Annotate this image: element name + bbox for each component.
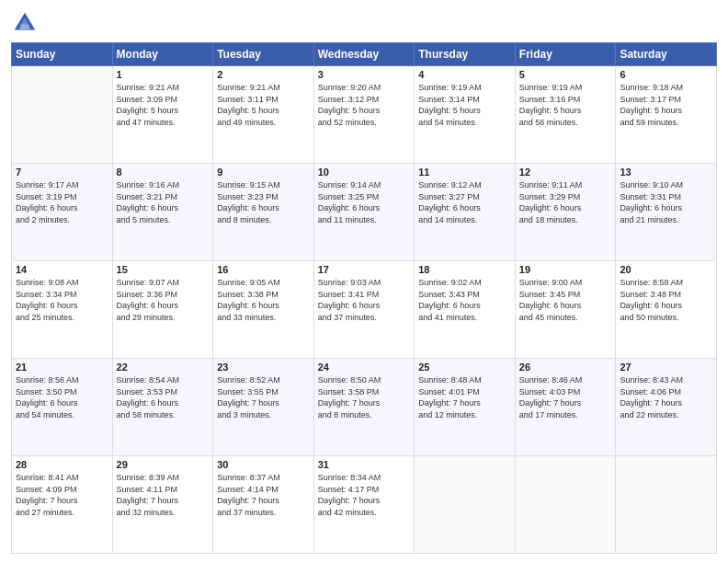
calendar-table: SundayMondayTuesdayWednesdayThursdayFrid… xyxy=(11,42,717,554)
day-number: 4 xyxy=(418,69,511,80)
day-of-week-header: Monday xyxy=(112,43,213,66)
day-number: 30 xyxy=(217,459,310,470)
day-number: 9 xyxy=(217,167,310,178)
day-number: 31 xyxy=(318,459,411,470)
day-number: 15 xyxy=(117,264,210,275)
day-info: Sunrise: 8:58 AM Sunset: 3:48 PM Dayligh… xyxy=(620,277,712,323)
day-of-week-header: Sunday xyxy=(12,43,113,66)
day-info: Sunrise: 9:21 AM Sunset: 3:09 PM Dayligh… xyxy=(117,82,210,128)
calendar-week-row: 28Sunrise: 8:41 AM Sunset: 4:09 PM Dayli… xyxy=(12,456,717,554)
calendar-day-cell: 27Sunrise: 8:43 AM Sunset: 4:06 PM Dayli… xyxy=(616,359,717,456)
calendar-day-cell: 26Sunrise: 8:46 AM Sunset: 4:03 PM Dayli… xyxy=(515,359,616,456)
calendar-day-cell: 5Sunrise: 9:19 AM Sunset: 3:16 PM Daylig… xyxy=(515,66,616,164)
day-info: Sunrise: 8:52 AM Sunset: 3:55 PM Dayligh… xyxy=(217,374,310,420)
day-info: Sunrise: 9:19 AM Sunset: 3:14 PM Dayligh… xyxy=(418,82,511,128)
calendar-day-cell: 22Sunrise: 8:54 AM Sunset: 3:53 PM Dayli… xyxy=(112,359,213,456)
day-of-week-header: Thursday xyxy=(415,43,516,66)
day-number: 3 xyxy=(318,69,411,80)
day-info: Sunrise: 9:00 AM Sunset: 3:45 PM Dayligh… xyxy=(519,277,612,323)
day-info: Sunrise: 8:56 AM Sunset: 3:50 PM Dayligh… xyxy=(16,374,108,420)
day-info: Sunrise: 8:34 AM Sunset: 4:17 PM Dayligh… xyxy=(318,472,411,518)
day-number: 22 xyxy=(117,362,210,373)
calendar-week-row: 1Sunrise: 9:21 AM Sunset: 3:09 PM Daylig… xyxy=(12,66,717,164)
day-number: 26 xyxy=(519,362,612,373)
calendar-day-cell: 16Sunrise: 9:05 AM Sunset: 3:38 PM Dayli… xyxy=(213,261,314,359)
day-number: 13 xyxy=(620,167,712,178)
calendar-day-cell: 31Sunrise: 8:34 AM Sunset: 4:17 PM Dayli… xyxy=(313,456,415,554)
calendar-day-cell: 23Sunrise: 8:52 AM Sunset: 3:55 PM Dayli… xyxy=(213,359,314,456)
calendar-day-cell: 11Sunrise: 9:12 AM Sunset: 3:27 PM Dayli… xyxy=(415,164,516,261)
calendar-day-cell: 24Sunrise: 8:50 AM Sunset: 3:58 PM Dayli… xyxy=(313,359,415,456)
calendar-header-row: SundayMondayTuesdayWednesdayThursdayFrid… xyxy=(12,43,717,66)
calendar-week-row: 7Sunrise: 9:17 AM Sunset: 3:19 PM Daylig… xyxy=(12,164,717,261)
day-number: 23 xyxy=(217,362,310,373)
day-number: 16 xyxy=(217,264,310,275)
calendar-day-cell: 2Sunrise: 9:21 AM Sunset: 3:11 PM Daylig… xyxy=(213,66,314,164)
calendar-day-cell: 8Sunrise: 9:16 AM Sunset: 3:21 PM Daylig… xyxy=(112,164,213,261)
calendar-day-cell: 1Sunrise: 9:21 AM Sunset: 3:09 PM Daylig… xyxy=(112,66,213,164)
day-number: 5 xyxy=(519,69,612,80)
calendar-day-cell: 10Sunrise: 9:14 AM Sunset: 3:25 PM Dayli… xyxy=(313,164,415,261)
day-of-week-header: Saturday xyxy=(616,43,717,66)
calendar-day-cell: 14Sunrise: 9:08 AM Sunset: 3:34 PM Dayli… xyxy=(12,261,113,359)
day-info: Sunrise: 9:17 AM Sunset: 3:19 PM Dayligh… xyxy=(16,179,108,225)
logo xyxy=(11,9,42,37)
calendar-day-cell: 13Sunrise: 9:10 AM Sunset: 3:31 PM Dayli… xyxy=(616,164,717,261)
day-info: Sunrise: 9:19 AM Sunset: 3:16 PM Dayligh… xyxy=(519,82,612,128)
calendar-day-cell: 17Sunrise: 9:03 AM Sunset: 3:41 PM Dayli… xyxy=(313,261,415,359)
day-info: Sunrise: 9:20 AM Sunset: 3:12 PM Dayligh… xyxy=(318,82,411,128)
day-of-week-header: Friday xyxy=(515,43,616,66)
day-info: Sunrise: 9:05 AM Sunset: 3:38 PM Dayligh… xyxy=(217,277,310,323)
day-number: 11 xyxy=(418,167,511,178)
day-info: Sunrise: 9:08 AM Sunset: 3:34 PM Dayligh… xyxy=(16,277,108,323)
day-info: Sunrise: 9:21 AM Sunset: 3:11 PM Dayligh… xyxy=(217,82,310,128)
calendar-day-cell xyxy=(12,66,113,164)
day-number: 21 xyxy=(16,362,108,373)
day-info: Sunrise: 8:37 AM Sunset: 4:14 PM Dayligh… xyxy=(217,472,310,518)
logo-icon xyxy=(11,9,39,37)
day-number: 29 xyxy=(117,459,210,470)
day-info: Sunrise: 9:14 AM Sunset: 3:25 PM Dayligh… xyxy=(318,179,411,225)
calendar-week-row: 21Sunrise: 8:56 AM Sunset: 3:50 PM Dayli… xyxy=(12,359,717,456)
day-number: 12 xyxy=(519,167,612,178)
calendar-day-cell: 21Sunrise: 8:56 AM Sunset: 3:50 PM Dayli… xyxy=(12,359,113,456)
day-info: Sunrise: 8:50 AM Sunset: 3:58 PM Dayligh… xyxy=(318,374,411,420)
calendar-day-cell: 4Sunrise: 9:19 AM Sunset: 3:14 PM Daylig… xyxy=(415,66,516,164)
day-info: Sunrise: 9:02 AM Sunset: 3:43 PM Dayligh… xyxy=(418,277,511,323)
day-info: Sunrise: 8:43 AM Sunset: 4:06 PM Dayligh… xyxy=(620,374,712,420)
calendar-day-cell: 15Sunrise: 9:07 AM Sunset: 3:36 PM Dayli… xyxy=(112,261,213,359)
day-number: 6 xyxy=(620,69,712,80)
day-number: 2 xyxy=(217,69,310,80)
page: SundayMondayTuesdayWednesdayThursdayFrid… xyxy=(0,0,728,563)
day-info: Sunrise: 8:41 AM Sunset: 4:09 PM Dayligh… xyxy=(16,472,108,518)
calendar-day-cell: 6Sunrise: 9:18 AM Sunset: 3:17 PM Daylig… xyxy=(616,66,717,164)
day-number: 8 xyxy=(117,167,210,178)
calendar-day-cell: 9Sunrise: 9:15 AM Sunset: 3:23 PM Daylig… xyxy=(213,164,314,261)
day-number: 1 xyxy=(117,69,210,80)
calendar-day-cell xyxy=(415,456,516,554)
day-info: Sunrise: 9:11 AM Sunset: 3:29 PM Dayligh… xyxy=(519,179,612,225)
day-info: Sunrise: 9:15 AM Sunset: 3:23 PM Dayligh… xyxy=(217,179,310,225)
day-number: 28 xyxy=(16,459,108,470)
day-number: 24 xyxy=(318,362,411,373)
calendar-day-cell: 25Sunrise: 8:48 AM Sunset: 4:01 PM Dayli… xyxy=(415,359,516,456)
day-number: 27 xyxy=(620,362,712,373)
day-of-week-header: Wednesday xyxy=(313,43,415,66)
day-info: Sunrise: 9:12 AM Sunset: 3:27 PM Dayligh… xyxy=(418,179,511,225)
calendar-day-cell xyxy=(616,456,717,554)
day-number: 7 xyxy=(16,167,108,178)
day-info: Sunrise: 9:07 AM Sunset: 3:36 PM Dayligh… xyxy=(117,277,210,323)
calendar-day-cell: 28Sunrise: 8:41 AM Sunset: 4:09 PM Dayli… xyxy=(12,456,113,554)
calendar-day-cell: 30Sunrise: 8:37 AM Sunset: 4:14 PM Dayli… xyxy=(213,456,314,554)
day-info: Sunrise: 8:48 AM Sunset: 4:01 PM Dayligh… xyxy=(418,374,511,420)
day-info: Sunrise: 9:03 AM Sunset: 3:41 PM Dayligh… xyxy=(318,277,411,323)
day-number: 10 xyxy=(318,167,411,178)
day-info: Sunrise: 9:16 AM Sunset: 3:21 PM Dayligh… xyxy=(117,179,210,225)
calendar-day-cell: 7Sunrise: 9:17 AM Sunset: 3:19 PM Daylig… xyxy=(12,164,113,261)
day-info: Sunrise: 8:39 AM Sunset: 4:11 PM Dayligh… xyxy=(117,472,210,518)
day-number: 18 xyxy=(418,264,511,275)
day-info: Sunrise: 8:54 AM Sunset: 3:53 PM Dayligh… xyxy=(117,374,210,420)
calendar-week-row: 14Sunrise: 9:08 AM Sunset: 3:34 PM Dayli… xyxy=(12,261,717,359)
day-info: Sunrise: 8:46 AM Sunset: 4:03 PM Dayligh… xyxy=(519,374,612,420)
calendar-day-cell: 3Sunrise: 9:20 AM Sunset: 3:12 PM Daylig… xyxy=(313,66,415,164)
